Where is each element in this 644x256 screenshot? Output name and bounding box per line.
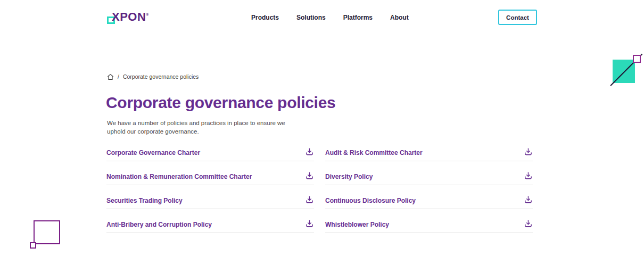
breadcrumb-separator: /: [118, 73, 119, 80]
download-icon[interactable]: [524, 171, 533, 180]
logo-text: XPON: [107, 9, 146, 26]
page: XPON® Products Solutions Platforms About…: [0, 0, 644, 256]
nav-item-products[interactable]: Products: [251, 14, 279, 21]
breadcrumb: / Corporate governance policies: [107, 73, 199, 80]
policy-list: Corporate Governance Charter Audit & Ris…: [106, 137, 533, 233]
policy-label: Continuous Disclosure Policy: [325, 197, 416, 204]
policy-row-whistleblower-policy[interactable]: Whistleblower Policy: [325, 209, 533, 233]
page-subtitle-line1: We have a number of policies and practic…: [107, 120, 285, 126]
page-title: Corporate governance policies: [106, 94, 335, 112]
policy-label: Anti-Bribery and Corruption Policy: [106, 221, 212, 228]
policy-label: Corporate Governance Charter: [106, 149, 200, 156]
nav-item-solutions[interactable]: Solutions: [296, 14, 326, 21]
page-subtitle: We have a number of policies and practic…: [107, 119, 285, 136]
policy-label: Whistleblower Policy: [325, 221, 389, 228]
breadcrumb-current: Corporate governance policies: [123, 73, 199, 80]
policy-row-audit-risk-committee-charter[interactable]: Audit & Risk Committee Charter: [325, 137, 533, 161]
download-icon[interactable]: [305, 219, 314, 228]
policy-label: Diversity Policy: [325, 173, 373, 180]
policy-label: Securities Trading Policy: [106, 197, 183, 204]
decor-purple-square-top-right: [633, 55, 641, 63]
policy-row-corporate-governance-charter[interactable]: Corporate Governance Charter: [106, 137, 314, 161]
download-icon[interactable]: [524, 147, 533, 156]
download-icon[interactable]: [524, 219, 533, 228]
contact-button[interactable]: Contact: [498, 10, 537, 25]
decor-purple-square-bottom-left: [34, 220, 60, 244]
policy-label: Nomination & Remuneration Committee Char…: [106, 173, 252, 180]
nav-item-about[interactable]: About: [390, 14, 409, 21]
main-nav: Products Solutions Platforms About: [251, 14, 409, 21]
policy-row-securities-trading-policy[interactable]: Securities Trading Policy: [106, 185, 314, 209]
policy-row-continuous-disclosure-policy[interactable]: Continuous Disclosure Policy: [325, 185, 533, 209]
download-icon[interactable]: [305, 195, 314, 204]
policy-row-nomination-remuneration-committee-charter[interactable]: Nomination & Remuneration Committee Char…: [106, 161, 314, 185]
nav-item-platforms[interactable]: Platforms: [343, 14, 373, 21]
decor-purple-square-bottom-left-small: [30, 242, 36, 249]
policy-label: Audit & Risk Committee Charter: [325, 149, 423, 156]
download-icon[interactable]: [305, 171, 314, 180]
download-icon[interactable]: [524, 195, 533, 204]
xpon-logo[interactable]: XPON®: [107, 9, 149, 26]
download-icon[interactable]: [305, 147, 314, 156]
home-icon[interactable]: [107, 73, 114, 80]
page-subtitle-line2: uphold our corporate governance.: [107, 128, 199, 135]
policy-row-anti-bribery-corruption-policy[interactable]: Anti-Bribery and Corruption Policy: [106, 209, 314, 233]
logo-registered-mark: ®: [146, 13, 148, 16]
policy-row-diversity-policy[interactable]: Diversity Policy: [325, 161, 533, 185]
